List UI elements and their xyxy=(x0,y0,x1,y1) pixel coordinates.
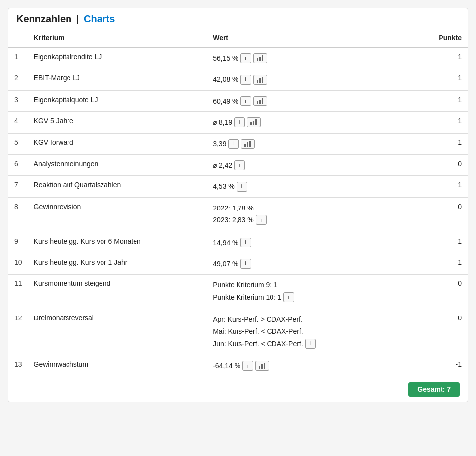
row-num: 8 xyxy=(8,197,28,232)
main-container: Kennzahlen | Charts Kriterium Wert Punkt… xyxy=(8,8,468,402)
wert-line: 2022: 1,78 % xyxy=(213,203,409,213)
row-num: 4 xyxy=(8,112,28,133)
title-separator: | xyxy=(73,13,82,24)
info-button[interactable]: i xyxy=(242,361,253,371)
row-punkte: 0 xyxy=(415,275,468,309)
row-num: 11 xyxy=(8,275,28,309)
info-button[interactable]: i xyxy=(256,215,267,225)
wert-line: 60,49 %i xyxy=(213,96,409,106)
table-row: 9Kurs heute gg. Kurs vor 6 Monaten14,94 … xyxy=(8,232,468,253)
footer-row: Gesamt: 7 xyxy=(8,377,468,402)
wert-line: Punkte Kriterium 9: 1 xyxy=(213,280,409,290)
info-button[interactable]: i xyxy=(234,117,245,127)
wert-text: 42,08 % xyxy=(213,74,238,85)
svg-rect-4 xyxy=(259,78,261,83)
info-button[interactable]: i xyxy=(240,238,251,247)
row-kriterium: Dreimonatsreversal xyxy=(28,309,207,355)
chart-button[interactable] xyxy=(247,117,261,127)
table-row: 1Eigenkapitalrendite LJ56,15 %i1 xyxy=(8,47,468,69)
info-button[interactable]: i xyxy=(228,139,239,149)
title-prefix: Kennzahlen xyxy=(16,13,71,24)
wert-text: 14,94 % xyxy=(213,237,238,248)
info-button[interactable]: i xyxy=(240,259,251,269)
row-num: 1 xyxy=(8,47,28,69)
wert-text: 49,07 % xyxy=(213,258,238,269)
wert-text: ⌀ 2,42 xyxy=(213,160,232,171)
table-row: 13Gewinnwachstum-64,14 %i-1 xyxy=(8,355,468,377)
row-wert: 42,08 %i xyxy=(207,69,415,90)
wert-line: Mai: Kurs-Perf. < CDAX-Perf. xyxy=(213,326,409,337)
wert-line: 4,53 %i xyxy=(213,181,409,192)
svg-rect-17 xyxy=(264,363,265,369)
wert-line: 49,07 %i xyxy=(213,258,409,269)
table-row: 3Eigenkapitalquote LJ60,49 %i1 xyxy=(8,90,468,111)
info-button[interactable]: i xyxy=(305,339,316,349)
row-wert: 4,53 %i xyxy=(207,176,415,197)
charts-link[interactable]: Charts xyxy=(84,13,115,24)
svg-rect-14 xyxy=(249,141,251,147)
chart-button[interactable] xyxy=(253,53,267,63)
info-button[interactable]: i xyxy=(237,182,247,192)
svg-rect-16 xyxy=(261,364,263,369)
row-punkte: 1 xyxy=(415,69,468,90)
wert-line: ⌀ 2,42i xyxy=(213,160,409,171)
wert-line: 56,15 %i xyxy=(213,53,409,64)
wert-line: 2023: 2,83 %i xyxy=(213,214,409,225)
chart-button[interactable] xyxy=(253,75,267,85)
wert-text: Punkte Kriterium 9: 1 xyxy=(213,280,277,290)
table-row: 6Analystenmeinungen⌀ 2,42i0 xyxy=(8,154,468,175)
chart-button[interactable] xyxy=(255,361,269,371)
svg-rect-11 xyxy=(255,119,257,125)
row-kriterium: EBIT-Marge LJ xyxy=(28,69,207,90)
row-num: 12 xyxy=(8,309,28,355)
row-punkte: 0 xyxy=(415,197,468,232)
row-wert: 56,15 %i xyxy=(207,47,415,69)
wert-line: -64,14 %i xyxy=(213,360,409,371)
wert-text: Apr: Kurs-Perf. > CDAX-Perf. xyxy=(213,314,303,325)
svg-rect-5 xyxy=(262,77,263,83)
wert-text: 2022: 1,78 % xyxy=(213,203,254,213)
row-punkte: 1 xyxy=(415,253,468,274)
chart-button[interactable] xyxy=(253,96,267,106)
info-button[interactable]: i xyxy=(234,160,245,170)
row-kriterium: Gewinnrevision xyxy=(28,197,207,232)
table-row: 2EBIT-Marge LJ42,08 %i1 xyxy=(8,69,468,90)
row-kriterium: Eigenkapitalrendite LJ xyxy=(28,47,207,69)
row-kriterium: Reaktion auf Quartalszahlen xyxy=(28,176,207,197)
row-num: 10 xyxy=(8,253,28,274)
svg-rect-10 xyxy=(253,121,254,125)
row-punkte: 1 xyxy=(415,133,468,154)
row-wert: 2022: 1,78 %2023: 2,83 %i xyxy=(207,197,415,232)
row-kriterium: Analystenmeinungen xyxy=(28,154,207,175)
table-row: 4KGV 5 Jahre⌀ 8,19i1 xyxy=(8,112,468,133)
row-wert: 49,07 %i xyxy=(207,253,415,274)
info-button[interactable]: i xyxy=(240,75,251,85)
row-num: 9 xyxy=(8,232,28,253)
svg-rect-12 xyxy=(244,144,246,147)
wert-text: -64,14 % xyxy=(213,360,240,371)
row-kriterium: Kurs heute gg. Kurs vor 1 Jahr xyxy=(28,253,207,274)
svg-rect-8 xyxy=(262,98,263,104)
chart-button[interactable] xyxy=(241,139,255,149)
header-row: Kriterium Wert Punkte xyxy=(8,29,468,47)
svg-rect-9 xyxy=(250,122,252,125)
row-num: 3 xyxy=(8,90,28,111)
wert-text: 4,53 % xyxy=(213,181,235,192)
table-row: 12DreimonatsreversalApr: Kurs-Perf. > CD… xyxy=(8,309,468,355)
row-wert: ⌀ 8,19i xyxy=(207,112,415,133)
wert-text: 2023: 2,83 % xyxy=(213,214,254,225)
row-kriterium: Kurs heute gg. Kurs vor 6 Monaten xyxy=(28,232,207,253)
wert-text: Jun: Kurs-Perf. < CDAX-Perf. xyxy=(213,338,303,349)
svg-rect-15 xyxy=(259,366,260,369)
page-header: Kennzahlen | Charts xyxy=(8,8,468,29)
svg-rect-3 xyxy=(257,80,258,83)
row-wert: 60,49 %i xyxy=(207,90,415,111)
info-button[interactable]: i xyxy=(240,53,251,63)
info-button[interactable]: i xyxy=(283,292,294,302)
svg-rect-0 xyxy=(257,58,258,61)
col-header-kriterium: Kriterium xyxy=(28,29,207,47)
info-button[interactable]: i xyxy=(240,96,251,106)
row-wert: -64,14 %i xyxy=(207,355,415,377)
row-kriterium: Gewinnwachstum xyxy=(28,355,207,377)
page-title: Kennzahlen | Charts xyxy=(16,13,115,24)
